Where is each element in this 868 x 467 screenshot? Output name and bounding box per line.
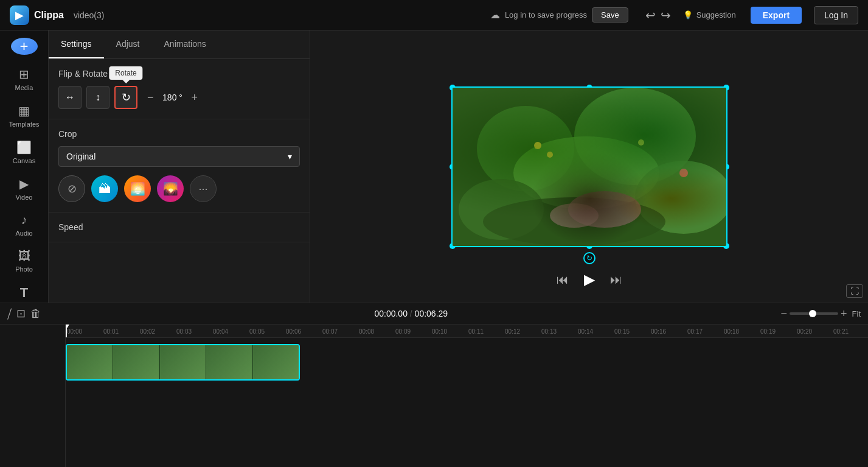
delete-button[interactable]: 🗑 bbox=[30, 307, 41, 320]
app-name: Clippa bbox=[34, 10, 64, 21]
video-rotate-handle[interactable]: ↻ bbox=[583, 252, 595, 264]
garden-visual bbox=[453, 88, 726, 246]
time-marker-2: 00:02 bbox=[140, 328, 155, 335]
zoom-out-button[interactable]: − bbox=[781, 307, 788, 320]
time-marker-15: 00:15 bbox=[614, 328, 630, 335]
canvas-area: ↻ ⏮ ▶ ⏭ ⛶ bbox=[310, 30, 868, 303]
add-media-button[interactable]: + bbox=[11, 38, 38, 55]
time-separator: / bbox=[410, 309, 415, 318]
filter-none-button[interactable]: ⊘ bbox=[58, 175, 85, 202]
track-thumb-3 bbox=[160, 345, 206, 379]
suggestion-icon: 💡 bbox=[683, 10, 693, 19]
time-display: 00:00.00 / 00:06.29 bbox=[374, 309, 448, 318]
video-title: video(3) bbox=[74, 10, 105, 20]
svg-point-6 bbox=[483, 197, 665, 246]
save-progress-text: Log in to save progress bbox=[505, 10, 587, 19]
rotate-icon: ↻ bbox=[122, 91, 131, 104]
time-marker-6: 00:06 bbox=[286, 328, 301, 335]
filter-sunset-button[interactable]: 🌅 bbox=[124, 175, 151, 202]
svg-point-2 bbox=[574, 88, 696, 185]
filter-landscape-button[interactable]: 🏔 bbox=[91, 175, 118, 202]
total-time: 00:06.29 bbox=[415, 309, 448, 318]
time-marker-20: 00:20 bbox=[797, 328, 812, 335]
filter-gradient-button[interactable]: 🌄 bbox=[157, 175, 184, 202]
tab-settings[interactable]: Settings bbox=[49, 30, 104, 58]
sidebar-item-canvas[interactable]: ⬜ Canvas bbox=[2, 135, 46, 169]
topbar: ▶ Clippa video(3) ☁ Log in to save progr… bbox=[0, 0, 868, 30]
crop-title: Crop bbox=[58, 129, 300, 139]
fit-canvas-button[interactable]: ⛶ bbox=[846, 284, 863, 298]
sidebar-item-text[interactable]: T Text bbox=[2, 280, 46, 303]
video-track[interactable] bbox=[66, 344, 300, 381]
video-preview: ↻ bbox=[453, 88, 726, 246]
time-marker-11: 00:11 bbox=[468, 328, 484, 335]
track-area bbox=[66, 338, 868, 467]
skip-forward-button[interactable]: ⏭ bbox=[610, 273, 622, 287]
time-marker-14: 00:14 bbox=[578, 328, 593, 335]
degree-plus-button[interactable]: + bbox=[192, 91, 198, 104]
flip-vertical-button[interactable]: ↕ bbox=[86, 86, 109, 109]
crop-value: Original bbox=[66, 152, 95, 161]
sidebar-item-video[interactable]: ▶ Video bbox=[2, 172, 46, 206]
filter-icons-row: ⊘ 🏔 🌅 🌄 ··· bbox=[58, 175, 300, 202]
degree-minus-button[interactable]: − bbox=[147, 91, 154, 104]
time-marker-10: 00:10 bbox=[432, 328, 447, 335]
speed-title: Speed bbox=[58, 222, 300, 232]
photo-icon: 🖼 bbox=[18, 249, 30, 263]
time-marker-16: 00:16 bbox=[651, 328, 666, 335]
fit-label[interactable]: Fit bbox=[852, 309, 861, 318]
copy-button[interactable]: ⊡ bbox=[16, 307, 26, 320]
suggestion-area: 💡 Suggestion bbox=[683, 10, 736, 19]
sidebar-item-templates[interactable]: ▦ Templates bbox=[2, 99, 46, 133]
rotate-button[interactable]: ↻ bbox=[114, 86, 137, 109]
sidebar-item-photo[interactable]: 🖼 Photo bbox=[2, 244, 46, 278]
save-progress-area: ☁ Log in to save progress Save bbox=[490, 7, 628, 23]
zoom-thumb bbox=[809, 310, 816, 317]
degree-value: 180 ° bbox=[158, 93, 188, 102]
cloud-icon: ☁ bbox=[490, 9, 500, 21]
tab-adjust[interactable]: Adjust bbox=[104, 30, 152, 58]
zoom-in-button[interactable]: + bbox=[841, 307, 847, 320]
audio-icon: ♪ bbox=[21, 213, 27, 227]
sidebar-item-label: Audio bbox=[15, 230, 32, 237]
sidebar-item-media[interactable]: ⊞ Media bbox=[2, 62, 46, 96]
redo-button[interactable]: ↪ bbox=[661, 8, 671, 23]
app-logo[interactable]: ▶ bbox=[10, 5, 29, 25]
playhead[interactable] bbox=[66, 325, 67, 337]
time-marker-21: 00:21 bbox=[833, 328, 849, 335]
track-thumb-1 bbox=[67, 345, 113, 379]
time-marker-7: 00:07 bbox=[322, 328, 338, 335]
timeline-content: 00:00 00:01 00:02 00:03 00:04 00:05 00:0… bbox=[66, 325, 868, 467]
skip-back-button[interactable]: ⏮ bbox=[557, 273, 569, 287]
time-marker-12: 00:12 bbox=[505, 328, 520, 335]
save-button[interactable]: Save bbox=[592, 7, 628, 23]
flip-horizontal-button[interactable]: ↔ bbox=[58, 86, 82, 109]
export-button[interactable]: Export bbox=[751, 7, 802, 24]
time-marker-18: 00:18 bbox=[724, 328, 739, 335]
main-area: + ⊞ Media ▦ Templates ⬜ Canvas ▶ Video ♪… bbox=[0, 30, 868, 303]
play-button[interactable]: ▶ bbox=[578, 269, 600, 290]
login-button[interactable]: Log In bbox=[814, 6, 858, 24]
time-marker-9: 00:09 bbox=[395, 328, 411, 335]
split-button[interactable]: ⧸ bbox=[7, 307, 12, 320]
track-thumb-5 bbox=[253, 345, 299, 379]
time-marker-1: 00:01 bbox=[103, 328, 119, 335]
filter-landscape-icon: 🏔 bbox=[99, 182, 111, 196]
tab-animations[interactable]: Animations bbox=[152, 30, 218, 58]
time-marker-3: 00:03 bbox=[176, 328, 192, 335]
svg-point-10 bbox=[638, 139, 644, 146]
filter-more-button[interactable]: ··· bbox=[190, 175, 217, 202]
logo-icon: ▶ bbox=[15, 9, 24, 22]
undo-button[interactable]: ↩ bbox=[645, 8, 656, 23]
timeline-tracks: 00:00 00:01 00:02 00:03 00:04 00:05 00:0… bbox=[0, 325, 868, 467]
sidebar: + ⊞ Media ▦ Templates ⬜ Canvas ▶ Video ♪… bbox=[0, 30, 49, 303]
zoom-slider[interactable] bbox=[790, 312, 838, 315]
crop-section: Crop Original ▾ ⊘ 🏔 🌅 🌄 ··· bbox=[49, 119, 310, 212]
more-icon: ··· bbox=[198, 183, 207, 195]
svg-point-1 bbox=[477, 106, 574, 191]
canvas-icon: ⬜ bbox=[16, 140, 32, 155]
svg-point-12 bbox=[550, 203, 599, 228]
sidebar-item-audio[interactable]: ♪ Audio bbox=[2, 208, 46, 242]
crop-dropdown[interactable]: Original ▾ bbox=[58, 146, 300, 167]
timeline-toolbar: ⧸ ⊡ 🗑 00:00.00 / 00:06.29 − + Fit bbox=[0, 303, 868, 325]
